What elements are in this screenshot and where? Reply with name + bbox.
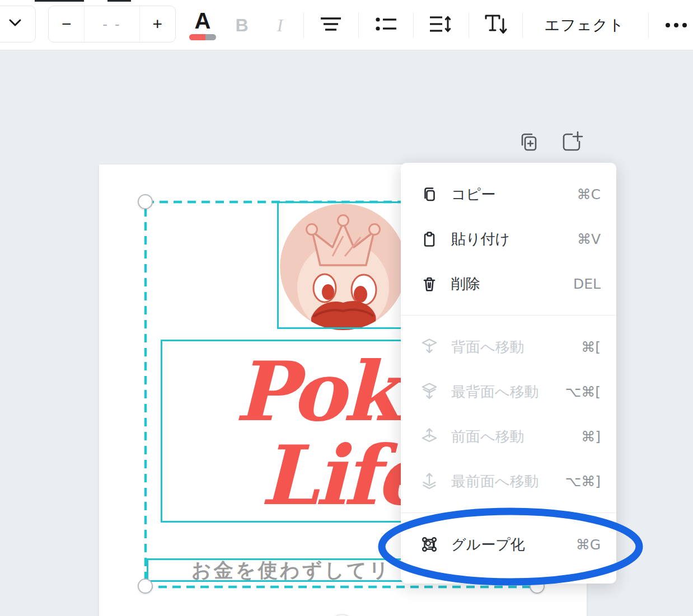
menu-item-label: 前面へ移動 <box>451 427 525 446</box>
menu-item-bring-forward: 前面へ移動 ⌘] <box>401 414 616 459</box>
copy-icon <box>419 184 440 204</box>
font-size-value[interactable]: - - <box>84 6 139 42</box>
toolbar-divider <box>358 12 359 38</box>
line-spacing-button[interactable] <box>425 10 456 41</box>
menu-item-delete[interactable]: 削除 DEL <box>401 261 616 306</box>
paste-icon <box>419 229 440 249</box>
page-actions <box>515 129 586 157</box>
ellipsis-icon <box>666 23 687 27</box>
duplicate-page-button[interactable] <box>515 129 543 157</box>
text-align-button[interactable] <box>315 10 346 41</box>
bring-to-front-icon <box>419 471 440 491</box>
line-spacing-icon <box>429 15 452 35</box>
text-color-button[interactable]: A <box>187 4 218 44</box>
cropped-ui-remnant <box>107 0 131 2</box>
list-icon <box>375 16 397 35</box>
duplicate-page-icon <box>516 129 542 157</box>
selection-handle-top-left[interactable] <box>138 194 153 209</box>
menu-item-label: 最前面へ移動 <box>451 472 539 491</box>
menu-item-label: 貼り付け <box>451 229 510 249</box>
send-to-back-icon <box>419 382 440 402</box>
menu-item-shortcut: ⌥⌘[ <box>565 384 601 400</box>
trash-icon <box>419 274 440 294</box>
menu-item-label: コピー <box>451 185 495 204</box>
toolbar-divider <box>469 12 469 38</box>
chevron-down-icon <box>8 18 22 30</box>
text-toolbar: − - - + A B I <box>0 0 693 50</box>
cropped-ui-remnant <box>35 0 84 2</box>
menu-item-shortcut: ⌥⌘] <box>565 473 601 490</box>
font-size-stepper: − - - + <box>48 6 176 43</box>
send-backward-icon <box>419 337 440 357</box>
toolbar-divider <box>648 12 649 38</box>
menu-item-shortcut: ⌘[ <box>581 339 601 355</box>
canva-editor: − - - + A B I <box>0 0 693 616</box>
menu-item-paste[interactable]: 貼り付け ⌘V <box>401 217 616 261</box>
menu-item-send-backward: 背面へ移動 ⌘[ <box>401 325 616 369</box>
menu-item-label: 最背面へ移動 <box>451 382 539 402</box>
menu-item-label: グループ化 <box>451 535 525 554</box>
add-page-icon <box>559 129 584 157</box>
bullet-list-button[interactable] <box>371 10 402 41</box>
menu-item-send-to-back: 最背面へ移動 ⌥⌘[ <box>401 369 616 414</box>
toolbar-divider <box>413 12 414 38</box>
menu-item-shortcut: DEL <box>573 276 601 292</box>
menu-divider <box>401 512 616 513</box>
italic-button[interactable]: I <box>268 12 292 38</box>
bring-forward-icon <box>419 426 440 446</box>
menu-item-bring-to-front: 最前面へ移動 ⌥⌘] <box>401 459 616 504</box>
text-color-letter: A <box>195 8 211 33</box>
selection-handle-bottom-left[interactable] <box>138 579 153 594</box>
bold-button[interactable]: B <box>228 12 255 38</box>
menu-item-shortcut: ⌘V <box>577 231 601 247</box>
toolbar-divider <box>522 12 523 38</box>
text-color-swatch <box>189 34 216 40</box>
menu-item-shortcut: ⌘] <box>581 429 601 445</box>
menu-item-shortcut: ⌘G <box>576 537 601 553</box>
add-page-button[interactable] <box>558 129 586 157</box>
more-options-button[interactable] <box>659 10 693 41</box>
text-vertical-icon <box>483 12 508 38</box>
menu-divider <box>401 315 616 316</box>
menu-item-group[interactable]: グループ化 ⌘G <box>401 522 616 567</box>
toolbar-divider <box>303 12 304 38</box>
menu-item-label: 削除 <box>451 274 480 294</box>
text-orientation-button[interactable] <box>480 10 511 41</box>
font-size-decrease-button[interactable]: − <box>49 6 84 42</box>
align-center-icon <box>320 16 342 34</box>
menu-item-label: 背面へ移動 <box>451 337 525 357</box>
group-icon <box>419 534 440 554</box>
effects-button[interactable]: エフェクト <box>542 10 627 41</box>
menu-item-shortcut: ⌘C <box>577 186 601 203</box>
menu-item-copy[interactable]: コピー ⌘C <box>401 172 616 217</box>
font-family-dropdown[interactable] <box>0 6 36 43</box>
font-size-increase-button[interactable]: + <box>140 6 175 42</box>
context-menu: コピー ⌘C 貼り付け ⌘V 削除 <box>401 163 616 584</box>
